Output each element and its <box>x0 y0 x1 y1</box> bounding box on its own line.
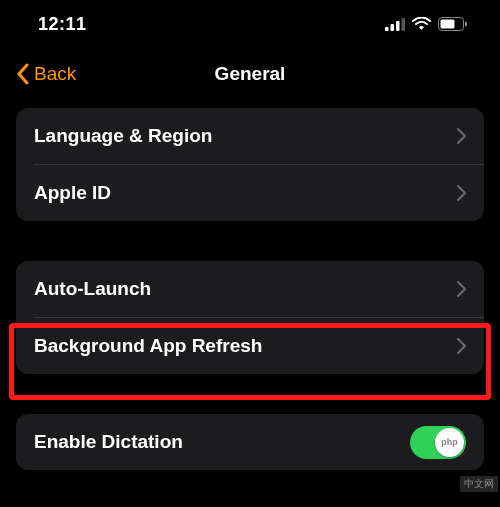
toggle-enable-dictation[interactable]: php <box>410 426 466 459</box>
row-language-region[interactable]: Language & Region <box>16 108 484 164</box>
row-apple-id[interactable]: Apple ID <box>16 165 484 221</box>
chevron-right-icon <box>457 338 466 354</box>
row-label: Auto-Launch <box>34 278 151 300</box>
svg-rect-1 <box>391 24 395 31</box>
toggle-knob: php <box>435 428 464 457</box>
back-button[interactable]: Back <box>16 63 76 85</box>
svg-rect-3 <box>402 18 406 31</box>
svg-rect-0 <box>385 27 389 31</box>
status-icons <box>385 17 468 31</box>
settings-section-3: Enable Dictation php <box>16 414 484 470</box>
row-label: Apple ID <box>34 182 111 204</box>
svg-rect-2 <box>396 21 400 31</box>
chevron-right-icon <box>457 185 466 201</box>
status-bar: 12:11 <box>0 0 500 48</box>
knob-text: php <box>441 437 458 447</box>
svg-rect-5 <box>465 22 467 27</box>
back-label: Back <box>34 63 76 85</box>
settings-section-2: Auto-Launch Background App Refresh <box>16 261 484 374</box>
svg-rect-6 <box>441 20 455 29</box>
wifi-icon <box>412 17 431 31</box>
row-enable-dictation[interactable]: Enable Dictation php <box>16 414 484 470</box>
chevron-left-icon <box>16 63 30 85</box>
row-label: Background App Refresh <box>34 335 262 357</box>
row-auto-launch[interactable]: Auto-Launch <box>16 261 484 317</box>
row-label: Enable Dictation <box>34 431 183 453</box>
status-time: 12:11 <box>38 14 87 35</box>
row-label: Language & Region <box>34 125 212 147</box>
row-background-app-refresh[interactable]: Background App Refresh <box>16 318 484 374</box>
chevron-right-icon <box>457 128 466 144</box>
nav-header: Back General <box>0 48 500 100</box>
settings-section-1: Language & Region Apple ID <box>16 108 484 221</box>
chevron-right-icon <box>457 281 466 297</box>
watermark: 中文网 <box>460 476 498 492</box>
battery-icon <box>438 17 468 31</box>
cellular-icon <box>385 18 405 31</box>
